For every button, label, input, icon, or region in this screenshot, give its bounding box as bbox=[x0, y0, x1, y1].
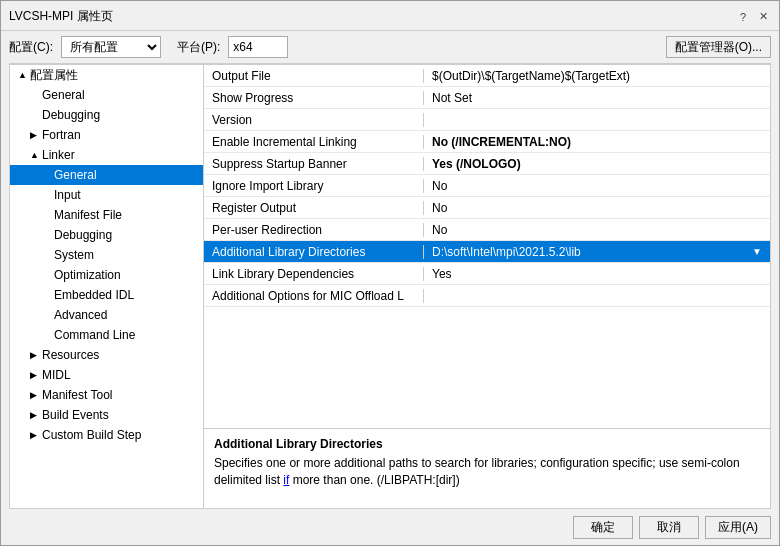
tree-item-linker-general[interactable]: General bbox=[10, 165, 203, 185]
tree-arrow-icon: ▲ bbox=[18, 70, 30, 80]
desc-text: Specifies one or more additional paths t… bbox=[214, 455, 760, 489]
platform-label: 平台(P): bbox=[177, 39, 220, 56]
tree-item-linker-system[interactable]: System bbox=[10, 245, 203, 265]
config-manager-button[interactable]: 配置管理器(O)... bbox=[666, 36, 771, 58]
tree-item-label: Debugging bbox=[54, 228, 112, 242]
prop-value: No (/INCREMENTAL:NO) bbox=[424, 135, 770, 149]
dialog-title: LVCSH-MPI 属性页 bbox=[9, 8, 113, 25]
tree-item-linker[interactable]: ▲Linker bbox=[10, 145, 203, 165]
prop-name: Version bbox=[204, 113, 424, 127]
left-panel: ▲配置属性GeneralDebugging▶Fortran▲LinkerGene… bbox=[9, 64, 204, 509]
tree-arrow-icon: ▶ bbox=[30, 410, 42, 420]
tree-item-fortran[interactable]: ▶Fortran bbox=[10, 125, 203, 145]
prop-row[interactable]: Enable Incremental LinkingNo (/INCREMENT… bbox=[204, 131, 770, 153]
prop-row[interactable]: Additional Library DirectoriesD:\soft\In… bbox=[204, 241, 770, 263]
config-select[interactable]: 所有配置 bbox=[61, 36, 161, 58]
cancel-button[interactable]: 取消 bbox=[639, 516, 699, 539]
tree-item-label: 配置属性 bbox=[30, 67, 78, 84]
tree-item-build-events[interactable]: ▶Build Events bbox=[10, 405, 203, 425]
tree-item-label: Command Line bbox=[54, 328, 135, 342]
prop-name: Per-user Redirection bbox=[204, 223, 424, 237]
prop-value: No bbox=[424, 223, 770, 237]
prop-row[interactable]: Per-user RedirectionNo bbox=[204, 219, 770, 241]
prop-name: Show Progress bbox=[204, 91, 424, 105]
prop-name: Additional Library Directories bbox=[204, 245, 424, 259]
tree-item-manifest-tool[interactable]: ▶Manifest Tool bbox=[10, 385, 203, 405]
dialog: LVCSH-MPI 属性页 ? ✕ 配置(C): 所有配置 平台(P): x64… bbox=[0, 0, 780, 546]
prop-name: Register Output bbox=[204, 201, 424, 215]
bottom-bar: 确定 取消 应用(A) bbox=[1, 509, 779, 545]
tree-item-linker-command-line[interactable]: Command Line bbox=[10, 325, 203, 345]
prop-value: $(OutDir)\$(TargetName)$(TargetExt) bbox=[424, 69, 770, 83]
prop-row[interactable]: Register OutputNo bbox=[204, 197, 770, 219]
prop-name: Link Library Dependencies bbox=[204, 267, 424, 281]
prop-name: Output File bbox=[204, 69, 424, 83]
tree-item-label: System bbox=[54, 248, 94, 262]
tree-item-label: General bbox=[54, 168, 97, 182]
tree-item-label: Manifest Tool bbox=[42, 388, 112, 402]
prop-value: Yes bbox=[424, 267, 770, 281]
tree-item-label: Resources bbox=[42, 348, 99, 362]
tree-item-label: Embedded IDL bbox=[54, 288, 134, 302]
tree-item-label: Advanced bbox=[54, 308, 107, 322]
prop-row[interactable]: Ignore Import LibraryNo bbox=[204, 175, 770, 197]
tree-item-linker-input[interactable]: Input bbox=[10, 185, 203, 205]
dropdown-arrow-icon[interactable]: ▼ bbox=[752, 246, 762, 257]
prop-value: D:\soft\Intel\mpi\2021.5.2\lib▼ bbox=[424, 245, 770, 259]
tree-item-linker-embedded-idl[interactable]: Embedded IDL bbox=[10, 285, 203, 305]
tree-item-custom-build-step[interactable]: ▶Custom Build Step bbox=[10, 425, 203, 445]
title-controls: ? ✕ bbox=[735, 9, 771, 25]
prop-name: Suppress Startup Banner bbox=[204, 157, 424, 171]
prop-name: Ignore Import Library bbox=[204, 179, 424, 193]
prop-value: No bbox=[424, 201, 770, 215]
prop-row[interactable]: Additional Options for MIC Offload L bbox=[204, 285, 770, 307]
prop-row[interactable]: Link Library DependenciesYes bbox=[204, 263, 770, 285]
tree-arrow-icon: ▶ bbox=[30, 390, 42, 400]
main-content: ▲配置属性GeneralDebugging▶Fortran▲LinkerGene… bbox=[9, 63, 771, 509]
tree-item-config-props[interactable]: ▲配置属性 bbox=[10, 65, 203, 85]
tree-item-linker-manifest[interactable]: Manifest File bbox=[10, 205, 203, 225]
prop-value: No bbox=[424, 179, 770, 193]
tree-item-general[interactable]: General bbox=[10, 85, 203, 105]
tree-item-label: Input bbox=[54, 188, 81, 202]
apply-button[interactable]: 应用(A) bbox=[705, 516, 771, 539]
tree-item-label: Build Events bbox=[42, 408, 109, 422]
prop-value: Not Set bbox=[424, 91, 770, 105]
tree-item-linker-debugging[interactable]: Debugging bbox=[10, 225, 203, 245]
tree-arrow-icon: ▶ bbox=[30, 130, 42, 140]
properties-grid: Output File$(OutDir)\$(TargetName)$(Targ… bbox=[204, 65, 770, 428]
prop-value: Yes (/NOLOGO) bbox=[424, 157, 770, 171]
prop-row[interactable]: Version bbox=[204, 109, 770, 131]
help-button[interactable]: ? bbox=[735, 9, 751, 25]
tree-item-label: Custom Build Step bbox=[42, 428, 141, 442]
tree-item-label: Fortran bbox=[42, 128, 81, 142]
tree-arrow-icon: ▶ bbox=[30, 430, 42, 440]
config-label: 配置(C): bbox=[9, 39, 53, 56]
tree-item-resources[interactable]: ▶Resources bbox=[10, 345, 203, 365]
tree-item-debugging[interactable]: Debugging bbox=[10, 105, 203, 125]
tree-item-label: Linker bbox=[42, 148, 75, 162]
tree-item-label: Debugging bbox=[42, 108, 100, 122]
desc-title: Additional Library Directories bbox=[214, 437, 760, 451]
tree-item-linker-optimization[interactable]: Optimization bbox=[10, 265, 203, 285]
tree-item-label: Optimization bbox=[54, 268, 121, 282]
prop-name: Enable Incremental Linking bbox=[204, 135, 424, 149]
prop-row[interactable]: Show ProgressNot Set bbox=[204, 87, 770, 109]
prop-name: Additional Options for MIC Offload L bbox=[204, 289, 424, 303]
tree-arrow-icon: ▶ bbox=[30, 370, 42, 380]
title-bar: LVCSH-MPI 属性页 ? ✕ bbox=[1, 1, 779, 31]
tree-item-label: MIDL bbox=[42, 368, 71, 382]
right-panel: Output File$(OutDir)\$(TargetName)$(Targ… bbox=[204, 64, 771, 509]
tree-arrow-icon: ▶ bbox=[30, 350, 42, 360]
prop-row[interactable]: Suppress Startup BannerYes (/NOLOGO) bbox=[204, 153, 770, 175]
tree-item-label: Manifest File bbox=[54, 208, 122, 222]
ok-button[interactable]: 确定 bbox=[573, 516, 633, 539]
platform-value: x64 bbox=[228, 36, 288, 58]
prop-row[interactable]: Output File$(OutDir)\$(TargetName)$(Targ… bbox=[204, 65, 770, 87]
close-button[interactable]: ✕ bbox=[755, 9, 771, 25]
tree-arrow-icon: ▲ bbox=[30, 150, 42, 160]
tree-item-label: General bbox=[42, 88, 85, 102]
tree-item-midl[interactable]: ▶MIDL bbox=[10, 365, 203, 385]
tree-item-linker-advanced[interactable]: Advanced bbox=[10, 305, 203, 325]
description-panel: Additional Library Directories Specifies… bbox=[204, 428, 770, 508]
